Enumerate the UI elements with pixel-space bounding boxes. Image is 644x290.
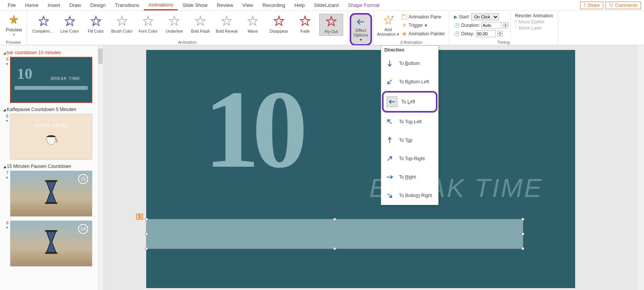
slide-thumb-6[interactable]: KURZE PAUSE (10, 114, 92, 160)
gallery-wave[interactable]: Wave (241, 14, 265, 36)
svg-marker-12 (248, 16, 257, 25)
slide-number: 8✶ (3, 220, 8, 267)
preview-button[interactable]: Preview ▾ (2, 12, 25, 36)
svg-marker-7 (117, 16, 127, 25)
tab-help[interactable]: Help (290, 1, 309, 10)
direction-to-top-left[interactable]: To Top-Left (381, 113, 438, 131)
tab-shape-format[interactable]: Shape Format (343, 1, 384, 10)
arrow-icon (384, 58, 395, 69)
svg-rect-19 (403, 15, 405, 16)
reorder-header: Reorder Animation (515, 13, 553, 18)
gallery-compleme[interactable]: Compleme... (32, 14, 55, 36)
tab-transitions[interactable]: Transitions (110, 1, 144, 10)
move-later-button[interactable]: ˅Move Later (515, 25, 553, 31)
rotate-handle[interactable] (331, 206, 338, 213)
gallery-boldflash[interactable]: Bold Flash (189, 14, 212, 36)
arrow-icon (384, 135, 395, 146)
tab-design[interactable]: Design (86, 1, 110, 10)
start-label: Start: (459, 14, 470, 20)
gallery-flyout[interactable]: Fly Out (319, 14, 343, 36)
gallery-fillcolor[interactable]: Fill Color (84, 14, 108, 36)
gallery-linecolor[interactable]: Line Color (58, 14, 82, 36)
animation-painter-button[interactable]: Animation Painter (402, 30, 445, 38)
direction-to-bottom-left[interactable]: To Bottom-Left (381, 73, 438, 91)
duration-input[interactable] (481, 22, 501, 29)
svg-marker-11 (222, 16, 231, 25)
gallery-underline[interactable]: Underline (162, 14, 186, 36)
tab-animations[interactable]: Animations (144, 0, 178, 10)
tab-file[interactable]: File (3, 1, 20, 10)
direction-to-top[interactable]: To Top (381, 131, 438, 149)
svg-marker-14 (300, 16, 310, 25)
share-button[interactable]: ⤴Share (580, 2, 603, 9)
svg-marker-15 (327, 17, 336, 26)
delay-spinner[interactable]: ▴▾ (497, 31, 503, 37)
trigger-button[interactable]: Trigger ▾ (402, 22, 445, 29)
gallery-fontcolor[interactable]: Font Color (136, 14, 160, 36)
duration-label: Duration: (461, 23, 480, 28)
gallery-fade[interactable]: Fade (293, 14, 317, 36)
arrow-icon (384, 172, 395, 182)
section-2[interactable]: Kaffepause Countdown 5 Minuten (3, 107, 100, 112)
duration-spinner[interactable]: ▴▾ (503, 22, 508, 28)
svg-rect-25 (45, 252, 57, 254)
direction-to-bottom[interactable]: To Bottom (381, 54, 438, 73)
slide-canvas[interactable]: 10 BREAK TIME 1 Direction To BottomTo Bo… (104, 45, 644, 290)
animation-tag[interactable]: 1 (136, 214, 143, 220)
direction-to-top-right[interactable]: To Top-Right (381, 149, 438, 168)
group-label-animation: Animation (27, 40, 348, 45)
slide-thumb-8[interactable]: 14 (10, 220, 92, 267)
gallery-brushcolor[interactable]: Brush Color (110, 14, 134, 36)
svg-marker-13 (274, 16, 284, 25)
direction-menu: Direction To BottomTo Bottom-LeftTo Left… (381, 45, 439, 205)
delay-input[interactable] (476, 30, 496, 37)
group-label-preview: Preview (0, 40, 27, 45)
direction-to-bottom-right[interactable]: To Bottom-Right (381, 186, 438, 205)
start-select[interactable]: On Click (471, 13, 499, 20)
comments-button[interactable]: 🗨Comments (606, 2, 641, 9)
slide-number: 7✶ (3, 171, 8, 217)
add-animation-button[interactable]: + AddAnimation ▾ (376, 12, 400, 38)
animation-gallery[interactable]: Compleme...Line ColorFill ColorBrush Col… (29, 12, 345, 37)
tab-recording[interactable]: Recording (258, 1, 290, 10)
direction-to-right[interactable]: To Right (381, 168, 438, 186)
canvas-scrollbar[interactable] (638, 45, 644, 290)
effect-options-button[interactable]: EffectOptions ▾ (350, 13, 372, 46)
tab-slidelizard[interactable]: SlideLizard (309, 1, 343, 10)
slide-number: 6✶ (3, 114, 8, 160)
tab-slideshow[interactable]: Slide Show (178, 1, 212, 10)
animation-pane-button[interactable]: Animation Pane (402, 13, 445, 21)
gallery-boldreveal[interactable]: Bold Reveal (215, 14, 239, 36)
svg-marker-0 (10, 15, 18, 23)
section-3[interactable]: 15 Minuten Pausen Countdown (3, 164, 100, 169)
svg-marker-9 (170, 16, 179, 25)
tab-view[interactable]: View (238, 1, 258, 10)
arrow-icon (387, 96, 397, 107)
tab-insert[interactable]: Insert (43, 1, 65, 10)
slide-panel[interactable]: bar countdown 10 minutes 5✶ 10 BREAK TIM… (0, 45, 104, 290)
ribbon: Preview ▾ Preview Compleme...Line ColorF… (0, 11, 644, 45)
slide-thumb-5[interactable]: 10 BREAK TIME (10, 57, 92, 103)
svg-point-26 (332, 207, 337, 212)
delay-icon: 🕑 (454, 31, 460, 36)
start-icon: ▶ (454, 14, 457, 20)
svg-text:+: + (391, 15, 394, 20)
tab-draw[interactable]: Draw (65, 1, 85, 10)
gallery-disappear[interactable]: Disappear (267, 14, 291, 36)
slide-thumb-7[interactable]: 15 (10, 171, 92, 217)
svg-rect-22 (45, 180, 57, 182)
arrow-icon (384, 76, 395, 87)
direction-to-left[interactable]: To Left (382, 91, 437, 113)
tab-review[interactable]: Review (212, 1, 238, 10)
adv-cmds: Animation Pane Trigger ▾ Animation Paint… (400, 12, 447, 38)
selected-shape[interactable] (146, 219, 523, 249)
move-earlier-button[interactable]: ^Move Earlier (515, 19, 553, 25)
group-advanced: + AddAnimation ▾ Animation Pane Trigger … (374, 11, 449, 45)
tab-home[interactable]: Home (20, 1, 43, 10)
group-timing: ▶Start:On Click 🕐Duration:▴▾ 🕑Delay:▴▾ R… (449, 11, 558, 45)
section-1[interactable]: bar countdown 10 minutes (3, 50, 100, 55)
duration-icon: 🕐 (454, 23, 460, 28)
group-animation: Compleme...Line ColorFill ColorBrush Col… (27, 11, 348, 45)
panel-scrollbar[interactable] (97, 45, 103, 290)
ribbon-tabs: File Home Insert Draw Design Transitions… (0, 0, 644, 11)
